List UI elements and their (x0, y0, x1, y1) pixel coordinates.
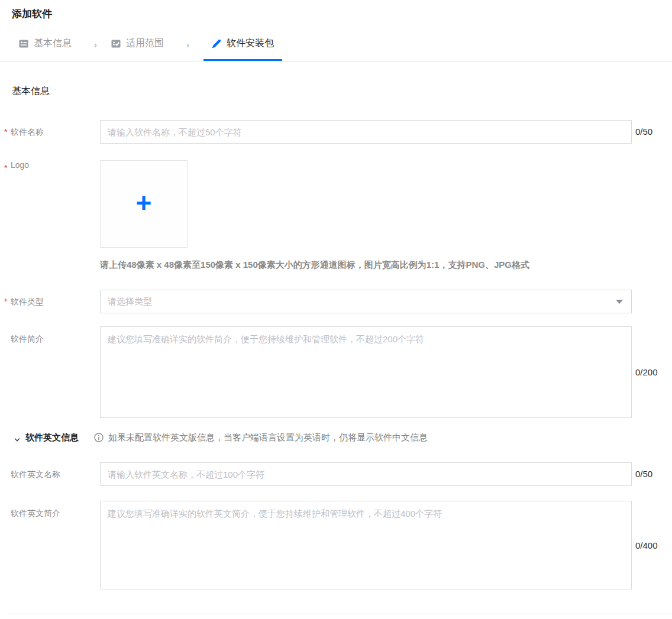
logo-label: Logo (11, 160, 100, 170)
software-type-placeholder: 请选择类型 (108, 296, 616, 307)
required-asterisk: * (4, 297, 7, 306)
pencil-icon (212, 39, 221, 48)
software-intro-textarea[interactable] (100, 326, 632, 418)
bottom-divider (6, 614, 672, 614)
step-basic-info-label: 基本信息 (34, 37, 72, 50)
english-intro-label: 软件英文简介 (11, 501, 100, 519)
english-intro-counter: 0/400 (635, 540, 658, 550)
step-scope[interactable]: 适用范围 (111, 37, 172, 61)
chevron-down-icon[interactable] (14, 435, 20, 440)
software-intro-row: 软件简介 0/200 (0, 326, 672, 418)
software-type-row: * 软件类型 请选择类型 (0, 290, 672, 313)
logo-row: * Logo + 请上传48像素 x 48像素至150像素 x 150像素大小的… (0, 160, 672, 271)
english-name-counter: 0/50 (635, 462, 652, 486)
step-basic-info[interactable]: 基本信息 (19, 37, 80, 61)
page-title: 添加软件 (12, 7, 672, 21)
software-type-label: 软件类型 (11, 290, 100, 313)
step-scope-label: 适用范围 (126, 37, 164, 50)
step-tab-bar: 基本信息 › 适用范围 › 软件安装包 (0, 37, 672, 61)
software-type-select[interactable]: 请选择类型 (100, 290, 632, 313)
logo-upload-box[interactable]: + (100, 160, 188, 248)
software-intro-counter: 0/200 (635, 367, 658, 377)
software-name-counter: 0/50 (635, 120, 652, 144)
english-info-section-hint: 如果未配置软件英文版信息，当客户端语言设置为英语时，仍将显示软件中文信息 (108, 432, 428, 443)
info-circle-icon (94, 433, 104, 442)
english-intro-row: 软件英文简介 0/400 (0, 501, 672, 589)
basic-info-section-title: 基本信息 (12, 85, 672, 98)
logo-upload-hint: 请上传48像素 x 48像素至150像素 x 150像素大小的方形通道图标，图片… (100, 260, 632, 271)
english-intro-textarea[interactable] (100, 501, 632, 589)
english-name-input[interactable] (100, 462, 632, 486)
step-install-package-label: 软件安装包 (227, 37, 274, 50)
required-asterisk: * (4, 128, 7, 136)
english-name-row: 软件英文名称 0/50 (0, 462, 672, 486)
plus-icon: + (136, 189, 152, 216)
required-asterisk: * (4, 164, 7, 172)
checklist-icon (111, 39, 121, 48)
step-separator-chevron-icon: › (80, 40, 111, 61)
step-install-package[interactable]: 软件安装包 (203, 37, 282, 61)
english-info-section-title[interactable]: 软件英文信息 (25, 432, 79, 443)
software-intro-label: 软件简介 (11, 326, 100, 345)
software-name-input[interactable] (100, 120, 632, 144)
english-name-label: 软件英文名称 (11, 462, 100, 486)
step-separator-chevron-icon: › (172, 40, 203, 61)
software-name-row: * 软件名称 0/50 (0, 120, 672, 144)
software-name-label: 软件名称 (11, 120, 100, 144)
english-info-section-header[interactable]: 软件英文信息 如果未配置软件英文版信息，当客户端语言设置为英语时，仍将显示软件中… (14, 431, 672, 444)
form-list-icon (19, 39, 28, 48)
dropdown-arrow-icon (616, 300, 623, 304)
